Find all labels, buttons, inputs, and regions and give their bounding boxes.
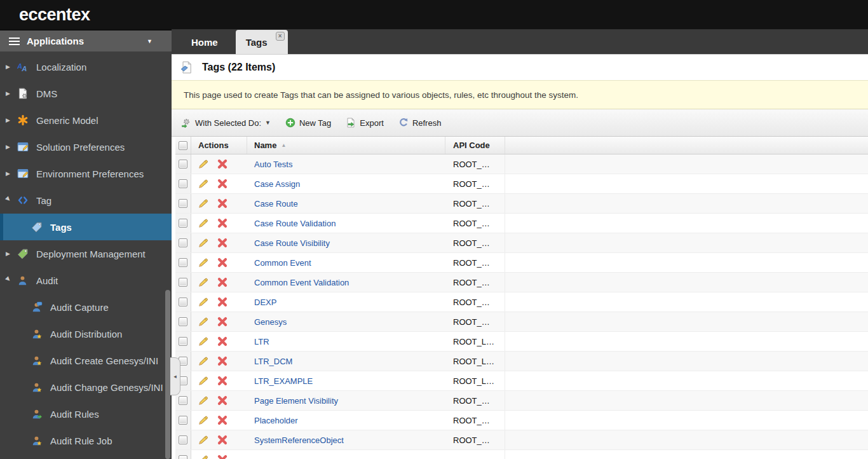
tag-name-link[interactable]: Case Route Visibility: [254, 238, 330, 248]
row-checkbox[interactable]: [179, 455, 187, 459]
sidebar-scrollbar-thumb[interactable]: [165, 290, 170, 459]
pencil-icon[interactable]: [198, 415, 208, 425]
tag-name-link[interactable]: DEXP: [254, 298, 276, 307]
collapse-arrow-icon[interactable]: ▶: [4, 195, 15, 205]
expand-arrow-icon[interactable]: ▶: [6, 170, 14, 177]
tag-name-link[interactable]: Case Route Validation: [254, 219, 336, 228]
applications-menu-button[interactable]: Applications ▼: [0, 29, 172, 51]
new-tag-button[interactable]: New Tag: [281, 115, 335, 130]
delete-icon[interactable]: [217, 455, 227, 459]
delete-icon[interactable]: [217, 376, 227, 386]
tag-name-link[interactable]: Case Assign: [254, 179, 300, 189]
pencil-icon[interactable]: [198, 218, 208, 228]
pencil-icon[interactable]: [198, 297, 208, 307]
tag-name-link[interactable]: LTR_DCM: [254, 357, 292, 366]
pencil-icon[interactable]: [198, 336, 208, 346]
pencil-icon[interactable]: [198, 395, 208, 406]
row-checkbox[interactable]: [179, 179, 187, 188]
tag-name-link[interactable]: Genesys: [254, 317, 287, 327]
tag-name-link[interactable]: SystemReferenceObject: [254, 435, 344, 445]
select-all-checkbox[interactable]: [179, 141, 187, 150]
pencil-icon[interactable]: [198, 435, 208, 445]
pencil-icon[interactable]: [198, 277, 208, 287]
pencil-icon[interactable]: [198, 238, 208, 248]
sidebar-item-audit[interactable]: ▶Audit: [0, 267, 172, 294]
sidebar-collapse-handle[interactable]: ◂: [170, 357, 180, 395]
caret-down-icon[interactable]: ▼: [147, 38, 153, 45]
close-tab-icon[interactable]: ×: [276, 32, 285, 41]
sidebar-item-environment-preferences[interactable]: ▶Environment Preferences: [0, 160, 172, 187]
column-header-api-code[interactable]: API Code: [445, 137, 505, 154]
row-checkbox[interactable]: [179, 337, 187, 346]
tag-name-link[interactable]: LTR: [254, 337, 269, 346]
row-checkbox[interactable]: [179, 238, 187, 247]
delete-icon[interactable]: [217, 415, 227, 425]
sidebar-item-dms[interactable]: ▶DMS: [0, 80, 172, 107]
pencil-icon[interactable]: [198, 376, 208, 386]
row-checkbox[interactable]: [179, 396, 187, 405]
row-checkbox[interactable]: [179, 199, 187, 208]
row-checkbox[interactable]: [179, 416, 187, 425]
row-checkbox[interactable]: [179, 219, 187, 228]
sidebar-item-tags[interactable]: Tags: [0, 214, 172, 240]
tag-name-link[interactable]: Placeholder: [254, 416, 298, 425]
row-checkbox[interactable]: [179, 298, 187, 306]
tag-name-link[interactable]: Page Element Visibility: [254, 396, 338, 406]
row-checkbox[interactable]: [179, 278, 187, 287]
pencil-icon[interactable]: [198, 179, 208, 189]
tag-name-link[interactable]: LTR_EXAMPLE: [254, 376, 313, 386]
expand-arrow-icon[interactable]: ▶: [6, 117, 14, 123]
pencil-icon[interactable]: [198, 257, 208, 268]
delete-icon[interactable]: [217, 238, 227, 248]
pencil-icon[interactable]: [198, 317, 208, 327]
sidebar-item-generic-model[interactable]: ▶Generic Model: [0, 107, 172, 134]
delete-icon[interactable]: [217, 356, 227, 366]
delete-icon[interactable]: [217, 317, 227, 327]
row-checkbox[interactable]: [179, 317, 187, 326]
with-selected-do-button[interactable]: With Selected Do: ▼: [177, 115, 275, 130]
tag-name-link[interactable]: Common Event: [254, 258, 311, 268]
sidebar-item-localization[interactable]: ▶AALocalization: [0, 53, 172, 80]
delete-icon[interactable]: [217, 179, 227, 189]
expand-arrow-icon[interactable]: ▶: [6, 90, 14, 97]
row-checkbox[interactable]: [179, 160, 187, 168]
tab-home[interactable]: Home: [182, 30, 227, 54]
delete-icon[interactable]: [217, 277, 227, 287]
delete-icon[interactable]: [217, 336, 227, 346]
expand-arrow-icon[interactable]: ▶: [6, 144, 14, 150]
pencil-icon[interactable]: [198, 356, 208, 366]
delete-icon[interactable]: [217, 297, 227, 307]
refresh-button[interactable]: Refresh: [395, 115, 445, 130]
checkbox-cell: [175, 430, 191, 449]
tag-name-link[interactable]: Auto Tests: [254, 160, 292, 169]
expand-arrow-icon[interactable]: ▶: [6, 64, 14, 70]
tab-tags[interactable]: Tags×: [236, 30, 288, 54]
delete-icon[interactable]: [217, 218, 227, 228]
row-checkbox[interactable]: [179, 258, 187, 267]
sidebar-item-audit-rule-job[interactable]: Audit Rule Job: [0, 427, 172, 454]
delete-icon[interactable]: [217, 435, 227, 445]
delete-icon[interactable]: [217, 198, 227, 209]
sidebar-item-deployment-management[interactable]: ▶Deployment Management: [0, 240, 172, 267]
pencil-icon[interactable]: [198, 455, 208, 459]
tag-name-link[interactable]: Case Route: [254, 199, 298, 209]
delete-icon[interactable]: [217, 257, 227, 268]
pencil-icon[interactable]: [198, 159, 208, 169]
collapse-arrow-icon[interactable]: ▶: [4, 275, 15, 285]
sidebar-item-audit-change-genesys-ini[interactable]: Audit Change Genesys/INI: [0, 374, 172, 401]
tag-name-link[interactable]: Common Event Validation: [254, 278, 349, 287]
column-header-actions[interactable]: Actions: [191, 137, 247, 154]
row-checkbox[interactable]: [179, 435, 187, 444]
export-button[interactable]: Export: [342, 115, 388, 130]
delete-icon[interactable]: [217, 159, 227, 169]
delete-icon[interactable]: [217, 395, 227, 406]
column-header-name[interactable]: Name ▲: [247, 137, 445, 154]
sidebar-item-audit-distribution[interactable]: Audit Distribution: [0, 320, 172, 347]
pencil-icon[interactable]: [198, 198, 208, 209]
sidebar-item-audit-rules[interactable]: Audit Rules: [0, 401, 172, 427]
sidebar-item-audit-create-genesys-ini[interactable]: Audit Create Genesys/INI: [0, 347, 172, 374]
sidebar-item-tag[interactable]: ▶Tag: [0, 187, 172, 214]
expand-arrow-icon[interactable]: ▶: [6, 250, 14, 257]
sidebar-item-audit-capture[interactable]: Audit Capture: [0, 294, 172, 320]
sidebar-item-solution-preferences[interactable]: ▶Solution Preferences: [0, 134, 172, 160]
